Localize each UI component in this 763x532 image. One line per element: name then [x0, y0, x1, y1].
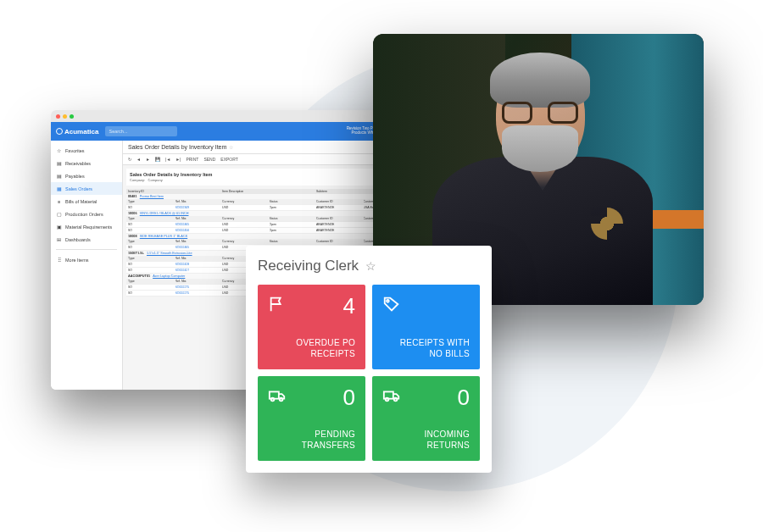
tile-label: PENDINGTRANSFERS [268, 429, 355, 451]
sidebar-item-bills-of-material[interactable]: ≡Bills of Material [51, 195, 122, 208]
page-title: Sales Order Details by Inventory Item [128, 144, 226, 150]
tag-icon [382, 295, 401, 313]
receiving-clerk-card: Receiving Clerk ☆ 4 OVERDUE PORECEIPTS R… [246, 246, 492, 473]
doc-icon: ▤ [56, 160, 62, 166]
list-icon: ≡ [56, 198, 62, 204]
tile-pending-transfers[interactable]: 0 PENDINGTRANSFERS [258, 376, 365, 461]
brand-text: Acumatica [64, 128, 98, 136]
sidebar-item-label: Material Requirements [65, 224, 112, 230]
tile-label: OVERDUE PORECEIPTS [268, 337, 355, 359]
search-placeholder: Search... [109, 129, 127, 134]
print-button[interactable]: PRINT [186, 157, 198, 162]
sidebar-item-favorites[interactable]: ☆Favorites [51, 144, 122, 157]
forward-icon[interactable]: ► [146, 157, 150, 162]
star-icon: ☆ [56, 147, 62, 153]
sidebar-item-production-orders[interactable]: ▢Production Orders [51, 208, 122, 220]
sidebar-item-label: Favorites [65, 148, 85, 153]
search-input[interactable]: Search... [105, 126, 177, 136]
doc-icon: ▤ [56, 173, 62, 179]
report-header: Sales Order Details by Inventory Item Co… [126, 169, 412, 186]
close-icon[interactable] [56, 114, 60, 119]
tile-incoming-returns[interactable]: 0 INCOMINGRETURNS [372, 376, 480, 461]
clerk-title: Receiving Clerk ☆ [258, 258, 480, 274]
sidebar-item-dashboards[interactable]: ⊞Dashboards [51, 233, 122, 246]
sidebar-item-receivables[interactable]: ▤Receivables [51, 157, 122, 169]
tile-value: 4 [343, 295, 355, 317]
sidebar-item-label: Payables [65, 174, 85, 179]
more-icon: ⠿ [56, 257, 62, 263]
box-icon: ▣ [56, 224, 62, 230]
sidebar-item-label: Receivables [65, 161, 91, 166]
save-icon[interactable]: 💾 [155, 157, 160, 162]
table-row[interactable]: SOSO002456USDOpenABARTENDE [126, 228, 412, 234]
svg-point-0 [387, 300, 389, 302]
sidebar-item-label: Sales Orders [65, 186, 92, 191]
brand-icon [56, 128, 63, 135]
last-icon[interactable]: ►| [175, 157, 181, 162]
sidebar-item-label: Production Orders [65, 212, 103, 217]
window-titlebar [51, 110, 415, 122]
app-header: Acumatica Search... Revision Two Product… [51, 122, 415, 141]
send-button[interactable]: SEND [203, 157, 215, 162]
tile-label: INCOMINGRETURNS [382, 429, 470, 451]
page-title-row: Sales Order Details by Inventory Item ☆ [123, 141, 415, 154]
maximize-icon[interactable] [70, 114, 74, 119]
sidebar-item-sales-orders[interactable]: ▦Sales Orders [51, 182, 122, 195]
grid-icon: ⊞ [56, 236, 62, 242]
minimize-icon[interactable] [63, 114, 67, 119]
sidebar-item-material-requirements[interactable]: ▣Material Requirements [51, 220, 122, 233]
sidebar-item-more-items[interactable]: ⠿More Items [51, 253, 122, 266]
table-row[interactable]: SOSO002349USDOpenABARTENDEUSA Bartending… [126, 205, 412, 211]
svg-rect-1 [270, 391, 279, 398]
tile-value: 0 [458, 386, 470, 408]
flag-icon [268, 295, 287, 313]
truck-icon [382, 386, 401, 405]
favorite-icon[interactable]: ☆ [229, 144, 233, 150]
tile-value: 0 [343, 386, 355, 408]
table-row[interactable]: SOSO002465USDOpenABARTENDE [126, 222, 412, 228]
first-icon[interactable]: |◄ [165, 157, 170, 162]
cart-icon: ▦ [56, 186, 62, 191]
sidebar-item-label: More Items [65, 258, 89, 263]
sidebar-item-label: Dashboards [65, 237, 91, 242]
tile-label: RECEIPTS WITHNO BILLS [382, 337, 470, 359]
tile-receipts-with-no-bills[interactable]: RECEIPTS WITHNO BILLS [372, 285, 480, 369]
sidebar: ☆Favorites▤Receivables▤Payables▦Sales Or… [51, 141, 123, 390]
favorite-icon[interactable]: ☆ [365, 259, 376, 273]
sidebar-item-payables[interactable]: ▤Payables [51, 169, 122, 182]
svg-rect-4 [384, 391, 393, 398]
brand-logo[interactable]: Acumatica [56, 128, 98, 136]
tile-overdue-po-receipts[interactable]: 4 OVERDUE PORECEIPTS [258, 285, 365, 369]
back-icon[interactable]: ◄ [136, 157, 141, 162]
sidebar-item-label: Bills of Material [65, 199, 97, 204]
toolbar: ↻ ◄ ► 💾 |◄ ►| PRINT SEND EXPORT [123, 154, 415, 165]
export-button[interactable]: EXPORT [220, 157, 237, 162]
truck-icon [268, 386, 287, 405]
refresh-icon[interactable]: ↻ [128, 157, 131, 162]
clipboard-icon: ▢ [56, 211, 62, 217]
